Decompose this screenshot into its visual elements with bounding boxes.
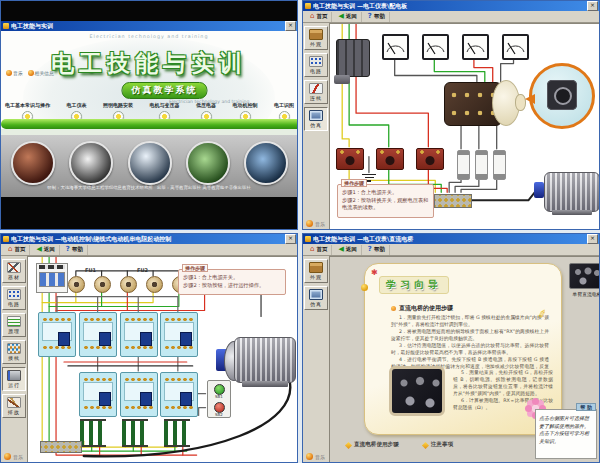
music-toggle[interactable]: 音乐 xyxy=(306,453,325,460)
motor-base xyxy=(242,381,288,387)
sidebar-tab-circuit[interactable]: 电路 xyxy=(2,286,26,310)
terminal-strip xyxy=(434,194,472,208)
help-button[interactable]: ?帮助 xyxy=(364,245,390,255)
link-usage-steps[interactable]: 直流电桥使用步骤 xyxy=(346,441,399,449)
sidebar-tab-run[interactable]: 运行 xyxy=(2,367,26,391)
sidebar-tab-principle[interactable]: 原理 xyxy=(2,313,26,337)
circuit-breaker[interactable] xyxy=(36,263,68,293)
close-button[interactable]: × xyxy=(587,1,598,11)
home-button[interactable]: ⌂首页 xyxy=(4,245,30,255)
analog-meter-3 xyxy=(462,34,489,60)
home-label: 首页 xyxy=(14,246,25,253)
tab-label: 排故 xyxy=(8,409,20,415)
music-icon xyxy=(306,453,313,460)
breaker-rockers[interactable] xyxy=(39,272,65,287)
help-button[interactable]: ?帮助 xyxy=(62,245,88,255)
sidebar-tab-wiring[interactable]: 接线 xyxy=(2,340,26,364)
circuit-icon xyxy=(7,289,21,300)
back-button[interactable]: ◀返回 xyxy=(334,12,361,22)
diamond-icon xyxy=(422,441,429,448)
close-button[interactable]: × xyxy=(587,234,598,244)
contactor-label-strip xyxy=(164,382,194,401)
back-label: 返回 xyxy=(346,13,357,20)
analog-meter-1 xyxy=(382,34,409,60)
sidebar-tab-troubleshoot[interactable]: 排故 xyxy=(2,394,26,418)
titlebar[interactable]: 电工技能与实训 —电工仪表\配电板 × xyxy=(303,1,599,11)
steps-box: 操作步骤 步骤1：合上电源开关。 步骤2：按动转换开关，观察电压表和电流表的读数… xyxy=(337,184,434,218)
fuse-link-2 xyxy=(475,150,488,180)
splash-body: Electrician technology and training 电工技能… xyxy=(1,31,297,197)
titlebar[interactable]: 电工技能与实训 —电工仪表\直流电桥 × xyxy=(303,234,599,244)
bridge-photo xyxy=(389,366,445,416)
window-title: 电工技能与实训 —电动机控制\绕线式电动机串电阻起动控制 xyxy=(11,234,285,244)
tab-label: 原理 xyxy=(8,328,20,334)
contactor xyxy=(160,372,198,417)
breaker-terminals xyxy=(39,265,65,269)
sidebar-tab-simulation[interactable]: 仿真 xyxy=(304,107,328,131)
contactor xyxy=(120,372,158,417)
menu-label: 电工仪表 xyxy=(67,102,87,108)
tab-label: 器材 xyxy=(8,274,20,280)
back-label: 返回 xyxy=(346,246,357,253)
back-button[interactable]: ◀返回 xyxy=(334,245,361,255)
sidebar-tab-appearance[interactable]: 外观 xyxy=(304,26,328,50)
home-label: 首页 xyxy=(316,246,327,253)
help-icon: ? xyxy=(368,13,372,20)
sidebar-tab-wiring[interactable]: 连线 xyxy=(304,80,328,104)
thumbnail-image[interactable] xyxy=(569,263,600,289)
sidebar-tab-equipment[interactable]: 器材 xyxy=(2,259,26,283)
sidebar-tab-circuit[interactable]: 电路 xyxy=(304,53,328,77)
contactor-label-strip xyxy=(83,382,113,401)
music-toggle[interactable]: 音乐 xyxy=(4,453,23,460)
contactor xyxy=(79,312,117,357)
fuse-2 xyxy=(94,276,111,293)
back-button[interactable]: ◀返回 xyxy=(32,245,59,255)
fuse-1 xyxy=(68,276,85,293)
back-arrow-icon: ◀ xyxy=(36,246,41,253)
sidebar-tab-appearance[interactable]: 外观 xyxy=(304,259,328,283)
titlebar[interactable]: 电工技能与实训 —电动机控制\绕线式电动机串电阻起动控制 × xyxy=(1,234,297,244)
link-label: 注意事项 xyxy=(431,441,453,449)
help-label: 帮助 xyxy=(374,246,385,253)
help-box: 帮 助 点击右侧图片可选择想要了解或使用的器件。点击下方按钮可学习相关知识。 xyxy=(535,409,597,459)
close-button[interactable]: × xyxy=(285,21,296,31)
menu-label: 电机与变压器 xyxy=(150,102,180,108)
computer-icon xyxy=(309,289,323,300)
contactor-label-strip xyxy=(164,322,194,341)
contactor xyxy=(160,312,198,357)
photo-motor xyxy=(186,141,230,185)
toolbar: ⌂首页 ◀返回 ?帮助 xyxy=(303,244,599,256)
step-line: 步骤1：合上电源开关。 xyxy=(183,274,281,282)
photo-components xyxy=(244,141,288,185)
close-icon: × xyxy=(288,21,293,28)
toolbar: ⌂首页 ◀返回 ?帮助 xyxy=(303,11,599,23)
help-box-text: 点击右侧图片可选择想要了解或使用的器件。点击下方按钮可学习相关知识。 xyxy=(539,415,593,445)
contactor-coil-block xyxy=(58,332,70,346)
usage-step: 3．估计待测电阻阻值，以便选择合适的比较臂与比率臂。选择比较臂时，最好能使比较臂… xyxy=(391,343,549,357)
menu-label: 电工基本常识与操作 xyxy=(5,102,50,108)
thumbnail-dc-bridge[interactable]: 单臂直流电桥 xyxy=(568,263,600,297)
info-link[interactable]: 相关信息 xyxy=(28,70,54,76)
fuse-link-3 xyxy=(493,150,506,180)
tab-label: 外观 xyxy=(310,41,322,47)
music-toggle[interactable]: 音乐 xyxy=(306,220,325,227)
titlebar[interactable]: 电工技能与实训 × xyxy=(1,21,297,31)
analog-meter-4 xyxy=(502,34,529,60)
close-icon: × xyxy=(590,1,595,8)
help-button[interactable]: ?帮助 xyxy=(364,12,390,22)
home-button[interactable]: ⌂首页 xyxy=(306,245,332,255)
circuit-breaker[interactable] xyxy=(336,39,370,77)
screenshot-grid: 电工技能与实训 × Electrician technology and tra… xyxy=(0,0,600,463)
button-panel: SB1 SB2 xyxy=(207,380,231,418)
window-icon xyxy=(3,23,9,29)
sidebar-tab-simulation[interactable]: 仿真 xyxy=(304,286,328,310)
window-title: 电工技能与实训 —电工仪表\配电板 xyxy=(313,1,587,11)
letterbox-bottom xyxy=(1,197,297,230)
contactor-terminals xyxy=(41,314,73,321)
window-splash: 电工技能与实训 × Electrician technology and tra… xyxy=(0,0,298,230)
magnifier-callout xyxy=(529,63,595,129)
home-button[interactable]: ⌂首页 xyxy=(306,12,332,22)
link-precautions[interactable]: 注意事项 xyxy=(423,441,453,449)
music-toggle[interactable]: 音乐 xyxy=(6,70,23,76)
close-button[interactable]: × xyxy=(285,234,296,244)
